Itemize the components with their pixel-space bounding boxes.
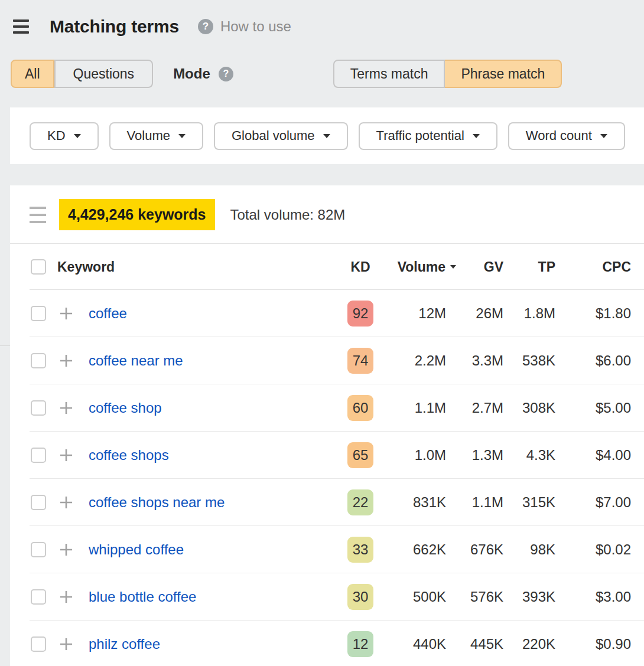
tab-questions[interactable]: Questions: [54, 60, 154, 88]
filter-button-volume[interactable]: Volume: [109, 122, 203, 150]
summary-row: 4,429,246 keywords Total volume: 82M: [10, 185, 644, 244]
cpc-cell: $7.00: [596, 494, 631, 511]
keyword-link[interactable]: philz coffee: [73, 636, 347, 652]
left-strip-divider: [0, 345, 10, 346]
tp-cell: 393K: [522, 589, 555, 605]
tab-phrase-match[interactable]: Phrase match: [445, 60, 562, 88]
keyword-link[interactable]: coffee: [73, 305, 347, 322]
filter-label: Traffic potential: [376, 128, 464, 143]
filter-label: Word count: [526, 128, 592, 143]
tab-terms-match[interactable]: Terms match: [333, 60, 445, 88]
menu-icon[interactable]: [13, 19, 29, 34]
row-checkbox[interactable]: [31, 353, 46, 368]
results-panel: 4,429,246 keywords Total volume: 82M Key…: [10, 185, 644, 666]
select-all-checkbox[interactable]: [31, 259, 46, 275]
volume-cell: 440K: [413, 636, 446, 652]
gv-cell: 1.1M: [472, 494, 503, 511]
column-header-keyword[interactable]: Keyword: [46, 259, 347, 275]
cpc-cell: $1.80: [596, 305, 631, 322]
column-header-cpc[interactable]: CPC: [602, 259, 631, 275]
row-checkbox[interactable]: [31, 589, 46, 605]
tp-cell: 1.8M: [524, 305, 555, 322]
table-row: philz coffee 12 440K 445K 220K $0.90: [10, 621, 644, 666]
chevron-down-icon: [178, 134, 186, 138]
keyword-link[interactable]: coffee shop: [73, 400, 347, 416]
mode-help-icon[interactable]: ?: [219, 67, 233, 81]
keyword-link[interactable]: coffee shops near me: [73, 494, 347, 511]
filter-button-word-count[interactable]: Word count: [508, 122, 625, 150]
volume-cell: 1.0M: [415, 447, 446, 463]
volume-cell: 2.2M: [415, 352, 446, 369]
row-checkbox[interactable]: [31, 542, 46, 557]
add-keyword-icon[interactable]: [59, 306, 73, 321]
chevron-down-icon: [74, 134, 81, 138]
help-icon: ?: [198, 19, 213, 34]
gv-cell: 3.3M: [472, 352, 503, 369]
column-header-volume[interactable]: Volume: [398, 259, 456, 275]
filter-button-traffic-potential[interactable]: Traffic potential: [359, 122, 497, 150]
column-header-tp[interactable]: TP: [538, 259, 555, 275]
add-keyword-icon[interactable]: [59, 401, 73, 415]
tabs-row: All Questions Mode ? Terms match Phrase …: [11, 60, 644, 88]
mode-label-group: Mode ?: [173, 66, 233, 82]
how-to-use-label: How to use: [220, 18, 291, 35]
gv-cell: 676K: [470, 541, 503, 558]
export-list-icon[interactable]: [30, 207, 46, 223]
chevron-down-icon: [473, 134, 480, 138]
table-row: coffee 92 12M 26M 1.8M $1.80: [10, 290, 644, 337]
table-row: coffee shops near me 22 831K 1.1M 315K $…: [10, 479, 644, 526]
row-checkbox[interactable]: [31, 448, 46, 463]
filter-button-global-volume[interactable]: Global volume: [214, 122, 348, 150]
gv-cell: 2.7M: [472, 400, 503, 416]
add-keyword-icon[interactable]: [59, 448, 73, 462]
filter-button-kd[interactable]: KD: [30, 122, 99, 150]
column-header-kd[interactable]: KD: [350, 259, 370, 275]
volume-cell: 662K: [413, 541, 446, 558]
keyword-link[interactable]: whipped coffee: [73, 541, 347, 558]
row-checkbox[interactable]: [31, 306, 46, 321]
filter-label: Volume: [127, 128, 170, 143]
add-keyword-icon[interactable]: [59, 637, 73, 651]
row-checkbox[interactable]: [31, 495, 46, 510]
volume-cell: 1.1M: [415, 400, 446, 416]
column-header-gv[interactable]: GV: [484, 259, 503, 275]
table-row: coffee shop 60 1.1M 2.7M 308K $5.00: [10, 384, 644, 432]
cpc-cell: $3.00: [596, 589, 631, 605]
how-to-use-link[interactable]: ? How to use: [198, 18, 291, 35]
total-volume-label: Total volume: 82M: [230, 207, 346, 223]
scope-segmented-control: All Questions: [11, 60, 153, 88]
row-checkbox[interactable]: [31, 636, 46, 652]
keyword-link[interactable]: blue bottle coffee: [73, 589, 347, 605]
volume-cell: 500K: [413, 589, 446, 605]
table-row: blue bottle coffee 30 500K 576K 393K $3.…: [10, 573, 644, 621]
keywords-count-badge: 4,429,246 keywords: [59, 199, 215, 230]
add-keyword-icon[interactable]: [59, 543, 73, 557]
table-body: coffee 92 12M 26M 1.8M $1.80 coffee near…: [10, 290, 644, 666]
add-keyword-icon[interactable]: [59, 495, 73, 510]
cpc-cell: $0.90: [596, 636, 631, 652]
table-row: coffee shops 65 1.0M 1.3M 4.3K $4.00: [10, 432, 644, 479]
report-header: Matching terms ? How to use: [13, 12, 644, 41]
filter-label: Global volume: [232, 128, 315, 143]
kd-badge: 65: [347, 442, 373, 468]
gv-cell: 1.3M: [472, 447, 503, 463]
kd-badge: 22: [347, 489, 373, 515]
kd-badge: 33: [347, 537, 373, 563]
cpc-cell: $4.00: [596, 447, 631, 463]
add-keyword-icon[interactable]: [59, 590, 73, 604]
gv-cell: 26M: [476, 305, 503, 322]
sort-desc-icon: [450, 265, 456, 269]
tab-all[interactable]: All: [11, 60, 54, 88]
add-keyword-icon[interactable]: [59, 354, 73, 368]
filter-label: KD: [47, 128, 66, 143]
keyword-link[interactable]: coffee near me: [73, 352, 347, 369]
row-checkbox[interactable]: [31, 400, 46, 416]
tp-cell: 220K: [522, 636, 555, 652]
mode-label: Mode: [173, 66, 210, 82]
volume-cell: 831K: [413, 494, 446, 511]
tp-cell: 308K: [522, 400, 555, 416]
table-header: Keyword KD Volume GV TP CPC: [10, 244, 644, 290]
match-mode-segmented-control: Terms match Phrase match: [333, 60, 562, 88]
keyword-link[interactable]: coffee shops: [73, 447, 347, 463]
page-title: Matching terms: [50, 17, 179, 37]
